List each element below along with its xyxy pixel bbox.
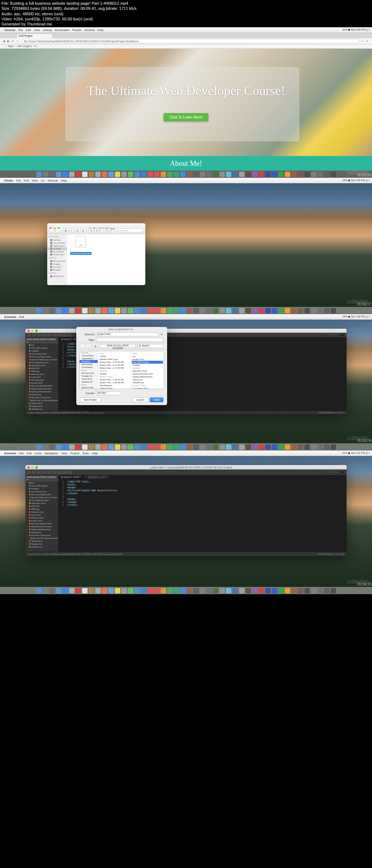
sidebar-item[interactable]: AirDrop bbox=[47, 239, 67, 241]
file-tree-item[interactable]: Summer Camp.html bbox=[25, 396, 58, 399]
dock-app-icon[interactable] bbox=[89, 308, 94, 313]
file-tree-item[interactable]: Pictures.html bbox=[25, 516, 58, 519]
dock-app-icon[interactable] bbox=[180, 308, 186, 313]
dock-app-icon[interactable] bbox=[43, 588, 48, 593]
sidebar-header[interactable]: WEB DEVELOPER COURSE ▾ bbox=[25, 337, 58, 344]
dock-app-icon[interactable] bbox=[193, 444, 199, 450]
dock-app-icon[interactable] bbox=[200, 172, 205, 177]
dock-app-icon[interactable] bbox=[278, 308, 284, 313]
view-gallery-button[interactable]: ▤ bbox=[81, 228, 86, 232]
file-tree-item[interactable]: Lists.html bbox=[25, 376, 58, 379]
toolbar-button[interactable] bbox=[42, 333, 46, 337]
sidebar-item[interactable]: Documents bbox=[47, 250, 67, 253]
toolbar-button[interactable] bbox=[52, 333, 57, 337]
file-tree-item[interactable]: The CSS Project bbox=[25, 347, 58, 349]
menu-item[interactable]: File bbox=[18, 28, 23, 32]
file-tree-item[interactable]: styling.css bbox=[25, 393, 58, 396]
dock-app-icon[interactable] bbox=[167, 444, 173, 450]
file-tree-item[interactable]: project.html bbox=[25, 519, 58, 522]
share-button[interactable]: ↗ bbox=[100, 228, 105, 232]
dock-app-icon[interactable] bbox=[311, 588, 316, 593]
dock-app-icon[interactable] bbox=[318, 172, 323, 177]
dock-app-icon[interactable] bbox=[62, 308, 68, 313]
dock-app-icon[interactable] bbox=[213, 172, 218, 177]
dock-app-icon[interactable] bbox=[206, 588, 212, 593]
dock-app-icon[interactable] bbox=[82, 588, 88, 593]
file-item[interactable]: Screen Sho...2.17.35 PM bbox=[99, 367, 130, 369]
sidebar-item[interactable]: Remote Disc bbox=[80, 372, 98, 375]
code-line[interactable]: 6 bbox=[60, 495, 345, 498]
file-tree-item[interactable]: Pictures.html bbox=[25, 379, 58, 381]
dock-app-icon[interactable] bbox=[272, 308, 277, 313]
dock[interactable] bbox=[0, 171, 372, 178]
dock-app-icon[interactable] bbox=[43, 172, 48, 177]
dock-app-icon[interactable] bbox=[298, 308, 303, 313]
file-tree-item[interactable]: Tables.html bbox=[25, 402, 58, 405]
dock-app-icon[interactable] bbox=[239, 172, 244, 177]
home-button[interactable]: ⌂ bbox=[16, 39, 20, 43]
menubar-right[interactable]: 21% ◼ Sat 7:01 PM Q ≡ bbox=[342, 452, 370, 455]
close-button[interactable] bbox=[27, 329, 30, 332]
dock-app-icon[interactable] bbox=[49, 444, 55, 450]
dock-app-icon[interactable] bbox=[154, 588, 159, 593]
dock-app-icon[interactable] bbox=[76, 172, 81, 177]
code-line[interactable]: 7 <body> bbox=[60, 498, 345, 501]
dock-app-icon[interactable] bbox=[252, 588, 258, 593]
file-tree-item[interactable]: First Website.html bbox=[25, 499, 58, 502]
dock-app-icon[interactable] bbox=[318, 444, 323, 450]
file-item[interactable]: website.css bbox=[132, 381, 163, 384]
menu-item[interactable]: Go bbox=[41, 179, 45, 182]
sidebar-item[interactable]: Applications bbox=[47, 244, 67, 247]
dock-app-icon[interactable] bbox=[174, 444, 179, 450]
file-tree-item[interactable]: Untitled bbox=[25, 349, 58, 352]
dock-app-icon[interactable] bbox=[331, 308, 336, 313]
reload-button[interactable]: ↻ bbox=[11, 39, 15, 43]
dock-app-icon[interactable] bbox=[318, 308, 323, 313]
dialog-search[interactable]: Q Search bbox=[137, 344, 163, 348]
komodo-titlebar[interactable]: project.html* (~/Desktop/WEB DEVELOPER C… bbox=[25, 465, 347, 469]
toolbar-button[interactable] bbox=[27, 471, 31, 474]
dock-app-icon[interactable] bbox=[246, 588, 251, 593]
toolbar-button[interactable] bbox=[68, 333, 72, 337]
sidebar-item[interactable]: Documents bbox=[80, 363, 98, 366]
menu-item[interactable]: File bbox=[16, 179, 21, 182]
dock-app-icon[interactable] bbox=[318, 588, 323, 593]
maximize-button[interactable] bbox=[35, 329, 38, 332]
url-bar[interactable]: file:///Users/Tamer/Desktop/WEB%20DEVELO… bbox=[22, 39, 359, 43]
dock-app-icon[interactable] bbox=[76, 444, 81, 450]
dock-app-icon[interactable] bbox=[187, 588, 192, 593]
dock-app-icon[interactable] bbox=[304, 308, 310, 313]
dock-app-icon[interactable] bbox=[298, 444, 303, 450]
menu-item[interactable]: Edit bbox=[19, 315, 24, 319]
menubar-right[interactable]: 18% ◼ Sat 6:58 PM Q ≡ bbox=[342, 179, 370, 182]
file-tree-item[interactable]: Styling Website.html bbox=[25, 390, 58, 393]
dock-app-icon[interactable] bbox=[167, 588, 173, 593]
file-tree-item[interactable]: IPB.JPG bbox=[25, 367, 58, 370]
dock-app-icon[interactable] bbox=[304, 588, 310, 593]
code-line[interactable]: 9</html> bbox=[60, 504, 345, 507]
dock-app-icon[interactable] bbox=[311, 308, 316, 313]
dock-app-icon[interactable] bbox=[304, 444, 310, 450]
dock-app-icon[interactable] bbox=[82, 444, 88, 450]
save-button[interactable]: Save bbox=[150, 397, 163, 402]
file-tree-item[interactable]: brs bbox=[25, 344, 58, 347]
dock-app-icon[interactable] bbox=[115, 172, 120, 177]
back-button[interactable]: ‹ bbox=[80, 344, 85, 348]
file-tree-item[interactable]: Exercise Table and List.html bbox=[25, 496, 58, 499]
dock-app-icon[interactable] bbox=[161, 172, 166, 177]
sidebar-item[interactable]: EPSON W... bbox=[47, 275, 67, 278]
dock[interactable] bbox=[0, 587, 372, 594]
file-tree-item[interactable]: Divs and Spans.html bbox=[25, 355, 58, 358]
dock-app-icon[interactable] bbox=[56, 172, 61, 177]
dock-app-icon[interactable] bbox=[62, 444, 68, 450]
komodo-titlebar[interactable] bbox=[25, 329, 347, 332]
file-tree-item[interactable]: Tables and List Exercise.html bbox=[25, 537, 58, 540]
save-as-input[interactable]: project.html bbox=[96, 332, 158, 336]
view-icons-button[interactable]: ▦ bbox=[63, 228, 68, 232]
code-line[interactable]: 8 </body> bbox=[60, 501, 345, 504]
back-button[interactable]: ‹ bbox=[49, 228, 54, 232]
file-item[interactable]: another bbox=[99, 372, 130, 375]
sidebar-item[interactable]: Downloads bbox=[80, 366, 98, 369]
dock-app-icon[interactable] bbox=[134, 308, 140, 313]
file-tree-item[interactable]: Tables.html bbox=[25, 540, 58, 543]
